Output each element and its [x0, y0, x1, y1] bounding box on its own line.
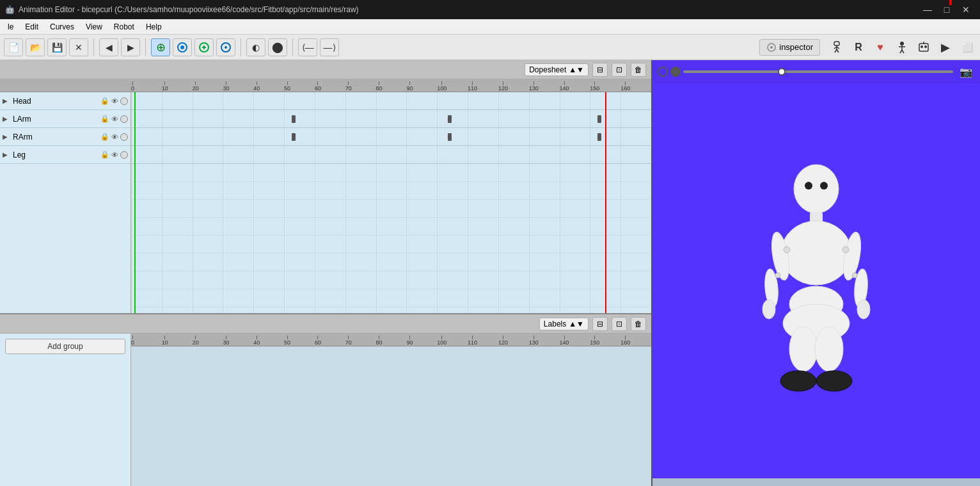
labels-icon2[interactable]: ⊡	[612, 317, 627, 331]
heart-icon[interactable]: ♥	[871, 38, 889, 56]
robot-tool2-button[interactable]	[194, 38, 214, 56]
rarm-kf-3[interactable]	[597, 133, 601, 141]
zoom-thumb[interactable]	[778, 68, 786, 76]
rarm-kf-1[interactable]	[292, 133, 296, 141]
person-icon[interactable]	[893, 38, 911, 56]
ruler-tick-60: 60	[315, 81, 321, 92]
svg-line-11	[835, 49, 837, 53]
robot-viewport	[652, 83, 980, 486]
rarm-lock-icon[interactable]: 🔒	[100, 133, 109, 141]
rarm-eye-icon[interactable]: 👁	[111, 133, 118, 141]
labels-label: Labels	[544, 320, 566, 328]
red-playhead[interactable]	[605, 92, 606, 313]
title-bar: 🤖 Animation Editor - bicepcurl (C:/Users…	[0, 0, 980, 19]
app-icon: 🤖	[5, 5, 15, 14]
ruler-tick-140: 140	[560, 81, 569, 92]
menu-item-help[interactable]: Help	[141, 21, 167, 33]
labels-ruler-tick-0: 0	[131, 336, 134, 346]
add-group-button[interactable]: Add group	[5, 339, 125, 354]
labels-delete[interactable]: 🗑	[631, 317, 646, 331]
dopesheet-delete[interactable]: 🗑	[631, 63, 646, 77]
zoom-slider[interactable]	[683, 70, 953, 73]
close-file-button[interactable]: ✕	[69, 38, 88, 56]
robot-stick-icon[interactable]	[828, 38, 846, 56]
track-leg[interactable]: ▶ Leg 🔒 👁	[0, 146, 130, 164]
labels-ruler-tick-130: 130	[529, 336, 539, 346]
larm-kf-2[interactable]	[448, 115, 452, 123]
inspector-button[interactable]: inspector	[759, 39, 820, 56]
labels-icon1[interactable]: ⊟	[592, 317, 608, 331]
robot-tool3-button[interactable]	[216, 38, 235, 56]
nav-left-button[interactable]: ⟨—	[298, 38, 317, 56]
timeline-canvas[interactable]: 0102030405060708090100110120130140150160	[131, 79, 651, 313]
nav-right-button[interactable]: —⟩	[320, 38, 339, 56]
green-playhead[interactable]	[134, 92, 136, 313]
toggle1-button[interactable]: ◐	[246, 38, 265, 56]
labels-dropdown[interactable]: Labels ▲▼	[539, 318, 589, 330]
ruler-tick-160: 160	[620, 81, 630, 92]
labels-content	[131, 346, 651, 486]
robot-head-icon[interactable]	[915, 38, 933, 56]
minimize-button[interactable]: —	[919, 2, 937, 17]
open-file-button[interactable]: 📂	[26, 38, 45, 56]
robot-tool1-button[interactable]	[173, 38, 192, 56]
undo-button[interactable]: ◀	[99, 38, 118, 56]
track-head[interactable]: ▶ Head 🔒 👁	[0, 92, 130, 110]
larm-circle[interactable]	[120, 115, 128, 123]
ruler-tick-100: 100	[437, 81, 447, 92]
menu-item-edit[interactable]: Edit	[20, 21, 43, 33]
head-lock-icon[interactable]: 🔒	[100, 97, 109, 105]
rarm-circle[interactable]	[120, 133, 128, 141]
menu-item-file[interactable]: le	[3, 21, 19, 33]
redo-button[interactable]: ▶	[121, 38, 140, 56]
right-toolbar: 📷	[652, 60, 980, 83]
leg-eye-icon[interactable]: 👁	[111, 151, 118, 159]
ruler-tick-90: 90	[406, 81, 413, 92]
menu-item-curves[interactable]: Curves	[45, 21, 79, 33]
camera-button[interactable]: 📷	[957, 63, 975, 81]
leg-circle[interactable]	[120, 151, 128, 159]
stop-button[interactable]: ⬜	[958, 38, 976, 56]
labels-ruler-tick-100: 100	[437, 336, 447, 346]
r-icon[interactable]: R	[850, 38, 867, 56]
right-panel: 📷	[652, 60, 980, 486]
ruler-tick-0: 0	[131, 81, 134, 92]
leg-expand-icon: ▶	[3, 151, 10, 158]
add-keyframe-button[interactable]: ⊕	[151, 38, 170, 56]
dopesheet-dropdown[interactable]: Dopesheet ▲▼	[525, 63, 589, 76]
labels-ruler: 0102030405060708090100110120130140150160	[131, 334, 651, 346]
menu-item-robot[interactable]: Robot	[109, 21, 139, 33]
maximize-button[interactable]: □	[938, 2, 956, 17]
window-controls: — □ ✕	[919, 2, 975, 17]
dopesheet-icon1[interactable]: ⊟	[592, 63, 608, 77]
leg-lock-icon[interactable]: 🔒	[100, 150, 109, 159]
larm-eye-icon[interactable]: 👁	[111, 115, 118, 123]
head-eye-icon[interactable]: 👁	[111, 97, 118, 105]
separator-1	[93, 38, 94, 56]
save-file-button[interactable]: 💾	[47, 38, 67, 56]
track-rarm[interactable]: ▶ RArm 🔒 👁	[0, 128, 130, 146]
toggle2-button[interactable]: ⬤	[268, 38, 287, 56]
dopesheet-header: Dopesheet ▲▼ ⊟ ⊡ 🗑	[0, 60, 651, 79]
ruler-tick-130: 130	[529, 81, 539, 92]
new-file-button[interactable]: 📄	[4, 38, 23, 56]
svg-point-6	[770, 46, 773, 49]
timeline-tracks[interactable]	[131, 92, 651, 313]
head-expand-icon: ▶	[3, 97, 10, 104]
larm-kf-3[interactable]	[597, 115, 601, 123]
track-larm[interactable]: ▶ LArm 🔒 👁	[0, 110, 130, 128]
close-button[interactable]: ✕	[957, 2, 975, 17]
timeline-row-leg	[131, 146, 651, 164]
larm-lock-icon[interactable]: 🔒	[100, 115, 109, 123]
svg-point-28	[781, 221, 851, 285]
play-button[interactable]: ▶	[937, 38, 954, 56]
rarm-kf-2[interactable]	[448, 133, 452, 141]
dopesheet-icon2[interactable]: ⊡	[612, 63, 627, 77]
toolbar: 📄 📂 💾 ✕ ◀ ▶ ⊕ ◐ ⬤ ⟨— —⟩ inspector	[0, 35, 980, 60]
bottom-scrollbar[interactable]	[652, 478, 980, 486]
menu-item-view[interactable]: View	[81, 21, 107, 33]
labels-ruler-tick-90: 90	[406, 336, 413, 346]
head-circle[interactable]	[120, 97, 128, 105]
larm-kf-1[interactable]	[292, 115, 296, 123]
labels-section: Labels ▲▼ ⊟ ⊡ 🗑 Add group 01020304050607…	[0, 313, 651, 486]
